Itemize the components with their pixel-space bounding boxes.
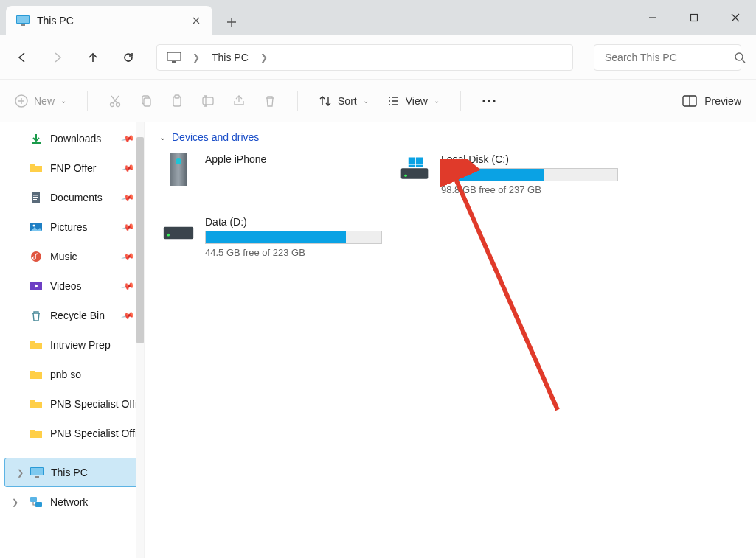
svg-rect-30 xyxy=(35,476,39,478)
scrollbar-thumb[interactable] xyxy=(136,137,144,343)
up-button[interactable] xyxy=(86,50,100,65)
folder-icon xyxy=(30,368,43,381)
more-button[interactable] xyxy=(482,99,496,103)
svg-rect-11 xyxy=(144,98,150,106)
new-button[interactable]: New ⌄ xyxy=(15,94,66,108)
new-tab-button[interactable] xyxy=(218,9,245,35)
svg-rect-21 xyxy=(33,195,38,196)
sidebar-item-intrview-prep[interactable]: Intrview Prep xyxy=(0,330,144,360)
address-bar[interactable]: ❯ This PC ❯ xyxy=(156,44,573,71)
sidebar-label: Music xyxy=(50,251,77,262)
refresh-button[interactable] xyxy=(121,50,136,65)
close-button[interactable] xyxy=(715,0,756,35)
downloads-icon xyxy=(30,132,43,145)
svg-rect-38 xyxy=(409,158,415,164)
svg-point-16 xyxy=(488,100,490,102)
sidebar-item-pictures[interactable]: Pictures📌 xyxy=(0,212,144,242)
sidebar-label: PNB Specialist Officer xyxy=(50,428,144,439)
chevron-right-icon[interactable]: ❯ xyxy=(260,52,268,63)
svg-point-6 xyxy=(735,53,743,60)
sidebar-label: pnb so xyxy=(50,369,81,380)
recycle-icon xyxy=(30,309,43,322)
titlebar: This PC xyxy=(0,0,756,35)
drive-data-d-[interactable]: Data (D:)44.5 GB free of 223 GB xyxy=(159,213,381,261)
search-input[interactable] xyxy=(605,52,734,63)
sidebar-item-documents[interactable]: Documents📌 xyxy=(0,183,144,212)
folder-icon xyxy=(30,427,43,440)
sidebar-item-pnb-so[interactable]: pnb so xyxy=(0,360,144,389)
search-icon[interactable] xyxy=(734,52,746,63)
sidebar-item-fnp-offer[interactable]: FNP Offer📌 xyxy=(0,153,144,183)
sidebar-item-downloads[interactable]: Downloads📌 xyxy=(0,124,144,153)
maximize-button[interactable] xyxy=(673,0,715,35)
documents-icon xyxy=(30,191,43,204)
svg-rect-4 xyxy=(167,52,181,60)
sidebar-label: Videos xyxy=(50,280,82,292)
view-label: View xyxy=(406,95,428,107)
svg-point-9 xyxy=(117,102,120,106)
svg-rect-5 xyxy=(172,61,176,63)
back-button[interactable] xyxy=(15,50,30,65)
svg-rect-41 xyxy=(416,165,423,167)
sidebar-item-pnb-specialist-officer[interactable]: PNB Specialist Officer xyxy=(0,419,144,448)
folder-icon xyxy=(30,397,43,411)
svg-point-15 xyxy=(482,100,485,102)
folder-icon xyxy=(30,338,43,352)
sidebar-label: FNP Offer xyxy=(50,162,97,174)
drive-local-disk-c-[interactable]: Local Disk (C:)98.8 GB free of 237 GB xyxy=(395,150,617,198)
folder-icon xyxy=(30,161,43,175)
address-segment[interactable]: This PC xyxy=(212,52,249,63)
sidebar-label: Downloads xyxy=(50,133,101,144)
sidebar-item-this-pc[interactable]: ❯ This PC xyxy=(4,458,139,487)
sidebar-label: PNB Specialist Officer xyxy=(50,398,144,410)
tab-title: This PC xyxy=(37,15,190,27)
window-controls xyxy=(632,0,756,35)
chevron-right-icon[interactable]: ❯ xyxy=(17,468,24,478)
svg-point-8 xyxy=(111,102,114,106)
pin-icon: 📌 xyxy=(121,190,136,205)
view-button[interactable]: View ⌄ xyxy=(386,94,440,108)
svg-rect-42 xyxy=(164,227,193,240)
sort-button[interactable]: Sort ⌄ xyxy=(319,94,369,108)
drive-apple-iphone[interactable]: Apple iPhone xyxy=(159,150,381,198)
svg-point-17 xyxy=(493,100,495,102)
sidebar-item-music[interactable]: Music📌 xyxy=(0,242,144,271)
share-button[interactable] xyxy=(232,94,246,108)
sidebar-label: Intrview Prep xyxy=(50,339,111,351)
pin-icon: 📌 xyxy=(121,308,136,323)
search-box[interactable] xyxy=(594,44,741,71)
svg-rect-14 xyxy=(203,97,213,105)
svg-rect-36 xyxy=(401,168,429,179)
preview-button[interactable]: Preview xyxy=(682,95,741,107)
cut-button[interactable] xyxy=(108,94,122,108)
paste-button[interactable] xyxy=(170,94,184,108)
svg-rect-1 xyxy=(17,16,29,23)
content-pane: ⌄ Devices and drives Apple iPhoneLocal D… xyxy=(145,122,756,558)
copy-button[interactable] xyxy=(139,94,153,108)
toolbar: New ⌄ Sort ⌄ View ⌄ Preview xyxy=(0,80,756,122)
sidebar-divider xyxy=(15,453,129,453)
sidebar-label: Pictures xyxy=(50,221,88,233)
sort-label: Sort xyxy=(338,95,357,107)
svg-rect-34 xyxy=(170,153,187,186)
forward-button[interactable] xyxy=(50,50,65,65)
sidebar-scrollbar[interactable] xyxy=(136,122,144,558)
pin-icon: 📌 xyxy=(121,279,136,293)
sidebar-item-recycle-bin[interactable]: Recycle Bin📌 xyxy=(0,301,144,330)
rename-button[interactable] xyxy=(201,94,215,108)
svg-rect-3 xyxy=(691,15,698,21)
section-devices-drives[interactable]: ⌄ Devices and drives xyxy=(159,131,741,143)
sidebar-item-pnb-specialist-officer[interactable]: PNB Specialist Officer xyxy=(0,389,144,419)
chevron-right-icon[interactable]: ❯ xyxy=(193,52,200,63)
delete-button[interactable] xyxy=(263,94,277,108)
tab-this-pc[interactable]: This PC xyxy=(6,6,212,35)
sidebar-item-videos[interactable]: Videos📌 xyxy=(0,271,144,301)
sidebar-item-network[interactable]: ❯ Network xyxy=(0,487,144,517)
videos-icon xyxy=(30,279,43,293)
chevron-right-icon[interactable]: ❯ xyxy=(12,498,18,507)
pictures-icon xyxy=(30,220,43,234)
sidebar-label: This PC xyxy=(51,467,88,478)
minimize-button[interactable] xyxy=(632,0,673,35)
pin-icon: 📌 xyxy=(121,131,136,146)
tab-close-button[interactable] xyxy=(190,15,202,27)
